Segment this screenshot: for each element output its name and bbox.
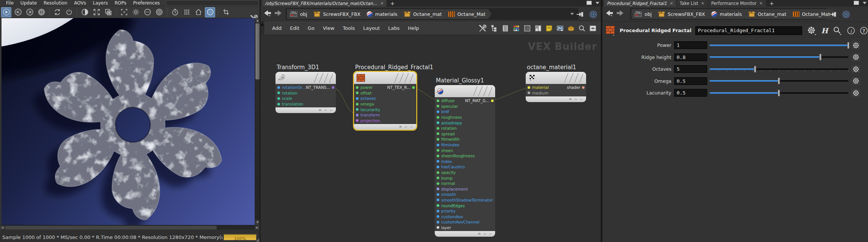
port-dot[interactable] <box>277 86 280 89</box>
input-port-omega[interactable]: omega <box>354 101 416 107</box>
port-dot[interactable] <box>437 166 439 168</box>
power-icon[interactable] <box>64 7 74 17</box>
port-dot[interactable] <box>437 149 439 152</box>
port-dot[interactable] <box>277 97 280 100</box>
tab-network-path[interactable]: /obj/ScrewsFBX_FBX/materials/Octane_mat/… <box>262 0 386 6</box>
node-footer[interactable]: ≡=− <box>354 124 416 130</box>
pane-maximize-icon[interactable] <box>854 1 859 5</box>
port-dot[interactable] <box>437 226 439 229</box>
crop-icon[interactable] <box>221 7 231 17</box>
tab-close-icon[interactable]: × <box>701 1 704 6</box>
input-port-index[interactable]: index <box>435 159 495 164</box>
port-dot[interactable] <box>277 92 280 94</box>
param-slider[interactable] <box>709 90 848 96</box>
forward-arrow-icon[interactable] <box>616 9 624 17</box>
param-slider[interactable] <box>709 78 848 84</box>
output-port-NTTEXR[interactable]: NT_TEX_R... <box>387 85 415 90</box>
port-dot[interactable] <box>277 103 280 105</box>
menu-resolution[interactable]: Resolution <box>41 0 71 6</box>
breadcrumb-item-obj[interactable]: obj <box>287 9 313 19</box>
hscroll-thumb[interactable] <box>5 226 217 230</box>
input-port-anisotropy[interactable]: anisotropy <box>435 120 495 126</box>
param-slider[interactable] <box>709 54 848 60</box>
net-menu-tools[interactable]: Tools <box>339 25 359 31</box>
port-dot[interactable] <box>437 199 439 201</box>
net-menu-view[interactable]: View <box>319 25 339 31</box>
port-dot[interactable] <box>491 99 494 102</box>
net-menu-help[interactable]: Help <box>404 25 423 31</box>
brightness-icon[interactable] <box>131 7 141 17</box>
param-value-field[interactable]: 5 <box>674 65 707 73</box>
list-icon[interactable] <box>501 24 509 33</box>
port-dot[interactable] <box>437 121 439 124</box>
render-viewport[interactable] <box>2 18 255 225</box>
port-dot[interactable] <box>437 116 439 119</box>
param-value-field[interactable]: 1 <box>674 41 707 49</box>
network-canvas[interactable]: VEX Builder Transform_3D1rotationOr...ro… <box>260 35 601 242</box>
resize-grip[interactable] <box>256 238 259 242</box>
node-header[interactable] <box>275 72 336 84</box>
port-dot[interactable] <box>356 114 359 116</box>
node-type-brick-icon[interactable] <box>605 25 617 36</box>
port-dot[interactable] <box>437 138 439 141</box>
slider-handle[interactable] <box>754 66 756 73</box>
node-octmat[interactable]: octane_material1materialmediumshader≡=− <box>526 72 586 102</box>
output-port-NTTRANS[interactable]: NT_TRANS... <box>306 85 334 90</box>
channel-gear-icon[interactable] <box>851 41 860 50</box>
input-port-roundEdges[interactable]: roundEdges <box>435 203 495 208</box>
port-dot[interactable] <box>437 171 439 174</box>
input-port-brdf[interactable]: brdf <box>435 109 495 115</box>
tab-procedural-ridged-fractal1[interactable]: Procedural_Ridged_Fractal1× <box>604 0 676 6</box>
new-tab-button[interactable]: + <box>387 0 398 6</box>
node-footer[interactable]: ≡=− <box>526 96 586 102</box>
radar-target-icon[interactable] <box>589 10 598 19</box>
play-icon[interactable] <box>1 7 11 17</box>
port-dot[interactable] <box>356 97 359 100</box>
input-port-customAov[interactable]: customAov <box>435 214 495 219</box>
tab-close-icon[interactable]: × <box>669 1 673 6</box>
channel-gear-icon[interactable] <box>851 65 860 73</box>
node-transform[interactable]: Transform_3D1rotationOr...rotationscalet… <box>275 72 336 113</box>
grid-icon[interactable] <box>182 7 192 17</box>
port-dot[interactable] <box>332 86 334 89</box>
node-glossy[interactable]: Material_Glossy1diffusespecularbrdfrough… <box>435 85 495 237</box>
dotted-sphere-icon[interactable] <box>205 7 215 17</box>
input-port-scale[interactable]: scale <box>275 96 336 101</box>
port-dot[interactable] <box>356 119 359 122</box>
input-port-lacunarity[interactable]: lacunarity <box>354 107 416 112</box>
port-dot[interactable] <box>356 108 359 111</box>
timer-icon[interactable] <box>170 7 180 17</box>
input-port-medium[interactable]: medium <box>526 90 586 96</box>
pane-menu-icon[interactable] <box>863 2 866 4</box>
eye-box-icon[interactable] <box>589 24 597 33</box>
back-arrow-icon[interactable] <box>263 9 272 17</box>
channel-gear-icon[interactable] <box>851 53 860 62</box>
slider-handle[interactable] <box>778 90 780 96</box>
node-header[interactable] <box>526 72 586 84</box>
param-slider[interactable] <box>709 42 848 49</box>
input-port-bump[interactable]: bump <box>435 175 495 181</box>
pane-menu-icon[interactable] <box>596 2 599 4</box>
input-port-spread[interactable]: spread <box>435 131 495 137</box>
port-dot[interactable] <box>437 160 439 163</box>
skip-end-icon[interactable] <box>25 7 35 17</box>
refresh-icon[interactable] <box>52 7 62 17</box>
pane-maximize-icon[interactable] <box>586 1 592 5</box>
port-dot[interactable] <box>437 188 439 190</box>
breadcrumb-item-octane_mat[interactable]: Octane_mat <box>400 9 448 19</box>
tree-icon[interactable] <box>490 24 499 33</box>
expand-icon[interactable] <box>91 7 102 17</box>
slider-handle[interactable] <box>778 78 780 84</box>
input-port-customAovChannel[interactable]: customAovChannel <box>435 219 495 225</box>
input-port-filmwidth[interactable]: filmwidth <box>435 137 495 142</box>
breadcrumb-item-materials[interactable]: materials <box>708 9 748 19</box>
image-icon[interactable] <box>556 24 564 33</box>
breadcrumb-item-screwsfbx_fbx[interactable]: ScrewsFBX_FBX <box>655 9 711 19</box>
parameters-path-bar[interactable]: objScrewsFBX_FBXmaterialsOctane_matOctan… <box>630 8 827 20</box>
input-port-smooth[interactable]: smooth <box>435 192 495 197</box>
input-port-rotation[interactable]: rotation <box>275 90 336 96</box>
pin-icon[interactable] <box>829 10 838 19</box>
port-dot[interactable] <box>582 86 585 89</box>
network-path-bar[interactable]: objScrewsFBX_FBXmaterialsOctane_matOctan… <box>286 8 578 20</box>
slider-handle[interactable] <box>847 42 850 49</box>
